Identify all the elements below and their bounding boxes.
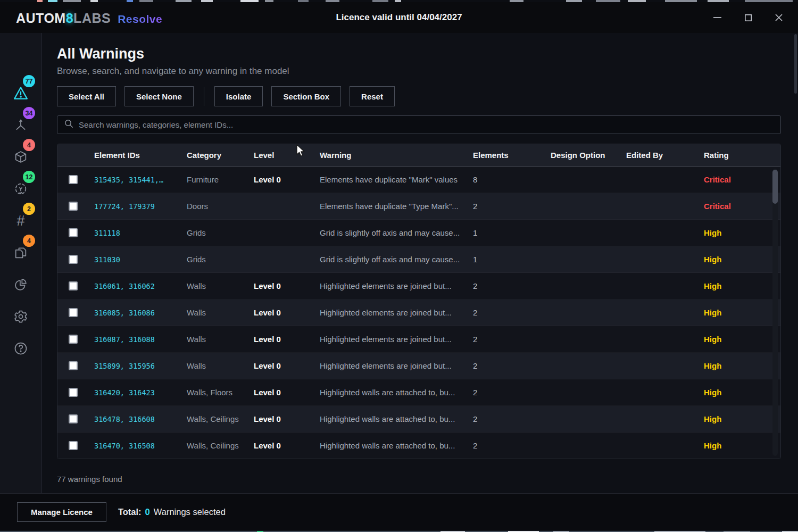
sidebar-item-reports[interactable] bbox=[0, 272, 41, 297]
elements-cell: 2 bbox=[473, 308, 551, 317]
table-row[interactable]: 177724, 179379 Doors Elements have dupli… bbox=[57, 193, 780, 220]
row-checkbox[interactable] bbox=[69, 228, 78, 237]
checkbox-cell bbox=[57, 228, 94, 237]
selection-total: Total: 0 Warnings selected bbox=[118, 507, 226, 517]
rating-cell: High bbox=[704, 308, 780, 317]
column-header-level[interactable]: Level bbox=[254, 151, 320, 160]
select-none-button[interactable]: Select None bbox=[124, 86, 194, 106]
elements-cell: 1 bbox=[473, 255, 551, 264]
element-ids-link[interactable]: 315435, 315441,… bbox=[94, 176, 187, 184]
isolate-button[interactable]: Isolate bbox=[214, 86, 263, 106]
minimize-button[interactable] bbox=[711, 11, 724, 24]
element-ids-link[interactable]: 316470, 316508 bbox=[94, 442, 187, 450]
row-checkbox[interactable] bbox=[69, 202, 78, 211]
sidebar-item-axis[interactable]: 34 bbox=[0, 112, 41, 138]
table-row[interactable]: 315435, 315441,… Furniture Level 0 Eleme… bbox=[57, 167, 780, 193]
column-header-design-option[interactable]: Design Option bbox=[551, 151, 626, 160]
sidebar-item-selection[interactable]: 12 bbox=[0, 176, 41, 202]
rating-cell: High bbox=[704, 414, 780, 423]
table-row[interactable]: 316420, 316423 Walls, Floors Level 0 Hig… bbox=[57, 379, 780, 406]
table-body: 315435, 315441,… Furniture Level 0 Eleme… bbox=[57, 167, 780, 459]
row-checkbox[interactable] bbox=[69, 361, 78, 370]
maximize-button[interactable] bbox=[742, 11, 754, 24]
table-row[interactable]: 311030 Grids Grid is slightly off axis a… bbox=[57, 246, 780, 273]
row-checkbox[interactable] bbox=[69, 335, 78, 344]
element-ids-link[interactable]: 316420, 316423 bbox=[94, 388, 187, 397]
warning-cell: Highlighted elements are joined but... bbox=[320, 308, 473, 317]
category-cell: Walls, Ceilings bbox=[187, 441, 254, 450]
close-button[interactable] bbox=[772, 11, 785, 24]
table-row[interactable]: 316085, 316086 Walls Level 0 Highlighted… bbox=[57, 300, 780, 326]
rating-cell: High bbox=[704, 441, 780, 450]
sidebar-item-duplicates[interactable]: 4 bbox=[0, 240, 41, 265]
elements-cell: 1 bbox=[473, 228, 551, 237]
warning-cell: Highlighted elements are joined but... bbox=[320, 335, 473, 344]
sidebar-item-warnings[interactable]: 77 bbox=[0, 80, 41, 106]
column-header-rating[interactable]: Rating bbox=[704, 151, 780, 160]
duplicates-count-badge: 4 bbox=[23, 235, 35, 247]
sidebar-item-model-box[interactable]: 4 bbox=[0, 144, 41, 170]
toolbar: Select All Select None Isolate Section B… bbox=[57, 86, 395, 106]
row-checkbox[interactable] bbox=[69, 175, 78, 184]
element-ids-link[interactable]: 177724, 179379 bbox=[94, 202, 187, 211]
table-row[interactable]: 315899, 315956 Walls Level 0 Highlighted… bbox=[57, 353, 780, 379]
element-ids-link[interactable]: 316087, 316088 bbox=[94, 335, 187, 344]
elements-cell: 8 bbox=[473, 175, 551, 184]
column-header-elements[interactable]: Elements bbox=[473, 151, 551, 160]
sidebar-item-settings[interactable] bbox=[0, 304, 41, 329]
page-subtitle: Browse, search, and navigate to any warn… bbox=[57, 66, 289, 77]
element-ids-link[interactable]: 316478, 316608 bbox=[94, 415, 187, 423]
warning-triangle-icon bbox=[13, 86, 29, 101]
checkbox-cell bbox=[57, 308, 94, 317]
warning-cell: Highlighted elements are joined but... bbox=[320, 361, 473, 370]
checkbox-cell bbox=[57, 281, 94, 290]
table-row[interactable]: 316470, 316508 Walls, Ceilings Level 0 H… bbox=[57, 433, 780, 459]
elements-cell: 2 bbox=[473, 388, 551, 397]
element-ids-link[interactable]: 315899, 315956 bbox=[94, 362, 187, 370]
element-ids-link[interactable]: 311030 bbox=[94, 255, 187, 264]
column-header-edited-by[interactable]: Edited By bbox=[626, 151, 704, 160]
row-checkbox[interactable] bbox=[69, 308, 78, 317]
manage-licence-button[interactable]: Manage Licence bbox=[17, 502, 106, 522]
table-row[interactable]: 311118 Grids Grid is slightly off axis a… bbox=[57, 220, 780, 246]
cube-icon bbox=[13, 149, 28, 164]
column-header-element-ids[interactable]: Element IDs bbox=[94, 151, 187, 160]
search-input[interactable] bbox=[79, 120, 780, 129]
page-title: All Warnings bbox=[57, 46, 144, 62]
row-checkbox[interactable] bbox=[69, 255, 78, 264]
section-box-button[interactable]: Section Box bbox=[271, 86, 341, 106]
element-ids-link[interactable]: 316085, 316086 bbox=[94, 309, 187, 317]
titlebar: AUTOM8LABSResolve Licence valid until 04… bbox=[0, 2, 798, 33]
window-scrollbar-thumb[interactable] bbox=[794, 34, 797, 94]
search-bar bbox=[57, 115, 781, 134]
sidebar-item-help[interactable] bbox=[0, 336, 41, 361]
warning-cell: Highlighted walls are attached to, bu... bbox=[320, 414, 473, 423]
level-cell: Level 0 bbox=[254, 175, 320, 184]
category-cell: Walls bbox=[187, 361, 254, 370]
category-cell: Furniture bbox=[187, 175, 254, 184]
rating-cell: Critical bbox=[704, 175, 780, 184]
warning-cell: Grid is slightly off axis and may cause.… bbox=[320, 255, 473, 264]
row-checkbox[interactable] bbox=[69, 441, 78, 450]
table-scrollbar-track[interactable] bbox=[772, 169, 778, 456]
table-scrollbar-thumb[interactable] bbox=[772, 170, 778, 204]
total-suffix: Warnings selected bbox=[154, 507, 226, 517]
column-header-warning[interactable]: Warning bbox=[320, 151, 473, 160]
table-row[interactable]: 316087, 316088 Walls Level 0 Highlighted… bbox=[57, 326, 780, 353]
elements-cell: 2 bbox=[473, 361, 551, 370]
row-checkbox[interactable] bbox=[69, 414, 78, 423]
element-ids-link[interactable]: 316061, 316062 bbox=[94, 282, 187, 290]
sidebar-item-numbering[interactable]: # 2 bbox=[0, 208, 41, 234]
table-row[interactable]: 316061, 316062 Walls Level 0 Highlighted… bbox=[57, 273, 780, 300]
footer-bar: Manage Licence Total: 0 Warnings selecte… bbox=[0, 493, 798, 530]
row-checkbox[interactable] bbox=[69, 388, 78, 397]
element-ids-link[interactable]: 311118 bbox=[94, 229, 187, 237]
select-all-button[interactable]: Select All bbox=[57, 86, 116, 106]
product-name: Resolve bbox=[118, 13, 162, 25]
gear-icon bbox=[13, 309, 28, 324]
reset-button[interactable]: Reset bbox=[350, 86, 395, 106]
table-row[interactable]: 316478, 316608 Walls, Ceilings Level 0 H… bbox=[57, 406, 780, 433]
column-header-category[interactable]: Category bbox=[187, 151, 254, 160]
category-cell: Grids bbox=[187, 255, 254, 264]
row-checkbox[interactable] bbox=[69, 281, 78, 290]
